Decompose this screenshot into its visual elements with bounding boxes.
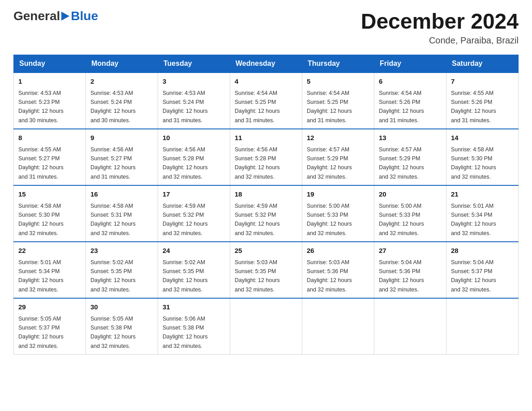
day-number: 6 [379, 77, 442, 87]
day-info: Sunrise: 4:55 AMSunset: 5:27 PMDaylight:… [18, 146, 64, 180]
day-info: Sunrise: 4:56 AMSunset: 5:28 PMDaylight:… [235, 146, 280, 180]
calendar-cell: 30 Sunrise: 5:05 AMSunset: 5:38 PMDaylig… [86, 298, 158, 355]
day-number: 18 [235, 189, 297, 200]
day-number: 17 [163, 189, 225, 200]
day-number: 14 [451, 133, 514, 143]
day-info: Sunrise: 5:00 AMSunset: 5:33 PMDaylight:… [307, 203, 352, 236]
calendar-cell [302, 298, 374, 355]
calendar-table: Sunday Monday Tuesday Wednesday Thursday… [13, 55, 519, 355]
location-subtitle: Conde, Paraiba, Brazil [361, 35, 519, 46]
day-info: Sunrise: 5:04 AMSunset: 5:36 PMDaylight:… [379, 259, 424, 293]
day-number: 5 [307, 77, 369, 87]
day-header-row: Sunday Monday Tuesday Wednesday Thursday… [14, 55, 519, 73]
day-number: 25 [235, 246, 297, 256]
logo-blue: Blue [71, 9, 98, 23]
calendar-cell: 1 Sunrise: 4:53 AMSunset: 5:23 PMDayligh… [14, 73, 86, 129]
day-info: Sunrise: 4:57 AMSunset: 5:29 PMDaylight:… [307, 146, 352, 180]
day-number: 29 [18, 302, 81, 313]
calendar-cell: 19 Sunrise: 5:00 AMSunset: 5:33 PMDaylig… [302, 185, 374, 242]
day-number: 21 [451, 189, 514, 200]
day-number: 7 [451, 77, 514, 87]
day-info: Sunrise: 4:53 AMSunset: 5:23 PMDaylight:… [18, 90, 64, 124]
day-number: 24 [163, 246, 225, 256]
day-number: 2 [90, 77, 153, 87]
calendar-cell: 10 Sunrise: 4:56 AMSunset: 5:28 PMDaylig… [158, 129, 230, 185]
day-info: Sunrise: 5:02 AMSunset: 5:35 PMDaylight:… [90, 259, 136, 293]
calendar-cell: 18 Sunrise: 4:59 AMSunset: 5:32 PMDaylig… [230, 185, 302, 242]
page-header: General Blue December 2024 Conde, Paraib… [13, 9, 519, 46]
day-info: Sunrise: 4:56 AMSunset: 5:28 PMDaylight:… [163, 146, 208, 180]
day-number: 11 [235, 133, 297, 143]
day-info: Sunrise: 4:59 AMSunset: 5:32 PMDaylight:… [163, 203, 208, 236]
calendar-cell: 24 Sunrise: 5:02 AMSunset: 5:35 PMDaylig… [158, 242, 230, 298]
calendar-cell: 15 Sunrise: 4:58 AMSunset: 5:30 PMDaylig… [14, 185, 86, 242]
day-info: Sunrise: 4:56 AMSunset: 5:27 PMDaylight:… [90, 146, 136, 180]
day-number: 27 [379, 246, 442, 256]
header-wednesday: Wednesday [230, 55, 302, 73]
calendar-cell: 9 Sunrise: 4:56 AMSunset: 5:27 PMDayligh… [86, 129, 158, 185]
calendar-cell: 5 Sunrise: 4:54 AMSunset: 5:25 PMDayligh… [302, 73, 374, 129]
header-friday: Friday [374, 55, 446, 73]
calendar-cell: 28 Sunrise: 5:04 AMSunset: 5:37 PMDaylig… [446, 242, 519, 298]
calendar-cell: 17 Sunrise: 4:59 AMSunset: 5:32 PMDaylig… [158, 185, 230, 242]
calendar-cell: 31 Sunrise: 5:06 AMSunset: 5:38 PMDaylig… [158, 298, 230, 355]
calendar-cell: 25 Sunrise: 5:03 AMSunset: 5:35 PMDaylig… [230, 242, 302, 298]
week-row-1: 1 Sunrise: 4:53 AMSunset: 5:23 PMDayligh… [14, 73, 519, 129]
week-row-4: 22 Sunrise: 5:01 AMSunset: 5:34 PMDaylig… [14, 242, 519, 298]
calendar-cell: 13 Sunrise: 4:57 AMSunset: 5:29 PMDaylig… [374, 129, 446, 185]
day-info: Sunrise: 4:54 AMSunset: 5:25 PMDaylight:… [307, 90, 352, 124]
day-number: 10 [163, 133, 225, 143]
calendar-cell: 23 Sunrise: 5:02 AMSunset: 5:35 PMDaylig… [86, 242, 158, 298]
day-number: 31 [163, 302, 225, 313]
day-number: 8 [18, 133, 81, 143]
day-number: 30 [90, 302, 153, 313]
calendar-cell [446, 298, 519, 355]
calendar-cell: 27 Sunrise: 5:04 AMSunset: 5:36 PMDaylig… [374, 242, 446, 298]
day-info: Sunrise: 4:53 AMSunset: 5:24 PMDaylight:… [163, 90, 208, 124]
logo: General Blue [13, 9, 98, 23]
day-info: Sunrise: 4:54 AMSunset: 5:25 PMDaylight:… [235, 90, 280, 124]
day-info: Sunrise: 4:59 AMSunset: 5:32 PMDaylight:… [235, 203, 280, 236]
calendar-cell: 14 Sunrise: 4:58 AMSunset: 5:30 PMDaylig… [446, 129, 519, 185]
calendar-cell: 3 Sunrise: 4:53 AMSunset: 5:24 PMDayligh… [158, 73, 230, 129]
day-number: 13 [379, 133, 442, 143]
week-row-2: 8 Sunrise: 4:55 AMSunset: 5:27 PMDayligh… [14, 129, 519, 185]
day-number: 20 [379, 189, 442, 200]
day-info: Sunrise: 4:57 AMSunset: 5:29 PMDaylight:… [379, 146, 424, 180]
title-area: December 2024 Conde, Paraiba, Brazil [361, 9, 519, 46]
header-monday: Monday [86, 55, 158, 73]
day-info: Sunrise: 5:05 AMSunset: 5:37 PMDaylight:… [18, 316, 64, 349]
day-number: 1 [18, 77, 81, 87]
header-sunday: Sunday [14, 55, 86, 73]
day-info: Sunrise: 4:58 AMSunset: 5:30 PMDaylight:… [18, 203, 64, 236]
day-info: Sunrise: 4:58 AMSunset: 5:31 PMDaylight:… [90, 203, 136, 236]
header-saturday: Saturday [446, 55, 519, 73]
calendar-cell: 8 Sunrise: 4:55 AMSunset: 5:27 PMDayligh… [14, 129, 86, 185]
calendar-cell: 21 Sunrise: 5:01 AMSunset: 5:34 PMDaylig… [446, 185, 519, 242]
day-info: Sunrise: 5:04 AMSunset: 5:37 PMDaylight:… [451, 259, 496, 293]
day-info: Sunrise: 5:05 AMSunset: 5:38 PMDaylight:… [90, 316, 136, 349]
calendar-cell: 16 Sunrise: 4:58 AMSunset: 5:31 PMDaylig… [86, 185, 158, 242]
calendar-cell: 20 Sunrise: 5:00 AMSunset: 5:33 PMDaylig… [374, 185, 446, 242]
calendar-cell: 26 Sunrise: 5:03 AMSunset: 5:36 PMDaylig… [302, 242, 374, 298]
day-info: Sunrise: 5:03 AMSunset: 5:36 PMDaylight:… [307, 259, 352, 293]
header-thursday: Thursday [302, 55, 374, 73]
day-number: 4 [235, 77, 297, 87]
calendar-cell [374, 298, 446, 355]
calendar-cell: 11 Sunrise: 4:56 AMSunset: 5:28 PMDaylig… [230, 129, 302, 185]
day-info: Sunrise: 5:00 AMSunset: 5:33 PMDaylight:… [379, 203, 424, 236]
day-info: Sunrise: 5:01 AMSunset: 5:34 PMDaylight:… [18, 259, 64, 293]
day-number: 3 [163, 77, 225, 87]
calendar-cell [230, 298, 302, 355]
day-number: 15 [18, 189, 81, 200]
day-info: Sunrise: 5:01 AMSunset: 5:34 PMDaylight:… [451, 203, 496, 236]
calendar-cell: 7 Sunrise: 4:55 AMSunset: 5:26 PMDayligh… [446, 73, 519, 129]
calendar-cell: 4 Sunrise: 4:54 AMSunset: 5:25 PMDayligh… [230, 73, 302, 129]
calendar-cell: 6 Sunrise: 4:54 AMSunset: 5:26 PMDayligh… [374, 73, 446, 129]
day-number: 28 [451, 246, 514, 256]
day-number: 16 [90, 189, 153, 200]
day-number: 19 [307, 189, 369, 200]
header-tuesday: Tuesday [158, 55, 230, 73]
day-info: Sunrise: 5:06 AMSunset: 5:38 PMDaylight:… [163, 316, 208, 349]
day-number: 12 [307, 133, 369, 143]
